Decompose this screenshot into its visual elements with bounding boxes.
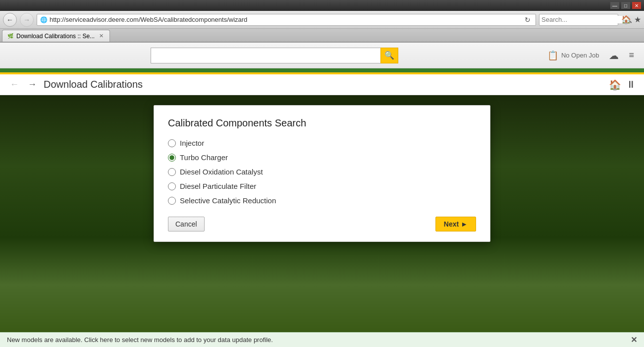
- tab-label: Download Calibrations :: Se...: [16, 33, 95, 40]
- scr-radio[interactable]: [168, 197, 176, 205]
- page-back-button[interactable]: ←: [8, 78, 21, 91]
- turbo-charger-radio[interactable]: [168, 154, 176, 162]
- notification-close-button[interactable]: ✕: [631, 335, 637, 345]
- diesel-oxidation-radio[interactable]: [168, 168, 176, 176]
- page-title: Download Calibrations: [44, 79, 604, 90]
- diesel-oxidation-label: Diesel Oxidation Catalyst: [180, 168, 263, 176]
- address-bar-input[interactable]: [50, 16, 521, 23]
- job-icon: 📋: [547, 50, 558, 61]
- tab-close-button[interactable]: ✕: [98, 33, 105, 40]
- browser-titlebar: — □ ✕: [0, 0, 644, 11]
- page-home-icon[interactable]: 🏠: [609, 79, 621, 91]
- pause-icon[interactable]: ⏸: [626, 79, 636, 90]
- turbo-charger-option[interactable]: Turbo Charger: [168, 153, 476, 162]
- app-search-container: 🔍: [10, 48, 539, 63]
- browser-search-container: 🔍: [539, 14, 618, 26]
- back-button[interactable]: ←: [3, 13, 17, 27]
- address-bar-favicon: 🌐: [40, 16, 48, 23]
- next-button[interactable]: Next ►: [435, 217, 476, 231]
- menu-icon[interactable]: ≡: [629, 50, 634, 60]
- modal-footer: Cancel Next ►: [168, 217, 476, 231]
- calibrated-components-modal: Calibrated Components Search Injector Tu…: [154, 105, 490, 242]
- diesel-particulate-option[interactable]: Diesel Particulate Filter: [168, 182, 476, 190]
- diesel-particulate-label: Diesel Particulate Filter: [180, 182, 256, 190]
- close-button[interactable]: ✕: [632, 2, 641, 9]
- star-icon[interactable]: ★: [634, 15, 641, 24]
- injector-radio[interactable]: [168, 139, 176, 147]
- page-forward-button[interactable]: →: [26, 78, 39, 91]
- injector-option[interactable]: Injector: [168, 139, 476, 147]
- browser-search-input[interactable]: [541, 16, 625, 23]
- injector-label: Injector: [180, 139, 204, 147]
- next-arrow-icon: ►: [461, 220, 468, 228]
- browser-toolbar: ← → 🌐 ↻ 🔍 🏠 ★: [0, 11, 644, 29]
- cancel-button[interactable]: Cancel: [168, 217, 205, 231]
- active-tab[interactable]: 🌿 Download Calibrations :: Se... ✕: [2, 30, 110, 42]
- refresh-button[interactable]: ↻: [523, 15, 533, 25]
- tab-favicon: 🌿: [7, 33, 13, 39]
- no-open-job-label: No Open Job: [561, 52, 599, 59]
- no-open-job: 📋 No Open Job: [547, 50, 599, 61]
- diesel-particulate-radio[interactable]: [168, 182, 176, 190]
- notification-bar: New models are available. Click here to …: [0, 332, 644, 347]
- app-header: 🔍 📋 No Open Job ☁ ≡: [0, 43, 644, 68]
- minimize-button[interactable]: —: [610, 2, 619, 9]
- page-header: ← → Download Calibrations 🏠 ⏸: [0, 74, 644, 95]
- modal-title: Calibrated Components Search: [168, 117, 476, 129]
- cloud-icon[interactable]: ☁: [609, 50, 619, 61]
- address-bar-container: 🌐 ↻: [37, 14, 536, 26]
- browser-icons: 🏠 ★: [621, 15, 641, 24]
- app-search-input[interactable]: [151, 48, 380, 63]
- browser-tabs: 🌿 Download Calibrations :: Se... ✕: [0, 29, 644, 43]
- diesel-oxidation-option[interactable]: Diesel Oxidation Catalyst: [168, 168, 476, 176]
- app-header-right: 📋 No Open Job ☁ ≡: [547, 50, 634, 61]
- page-header-right: 🏠 ⏸: [609, 79, 636, 91]
- main-content-area: Calibrated Components Search Injector Tu…: [0, 95, 644, 332]
- search-icon: 🔍: [384, 51, 394, 60]
- modal-overlay: Calibrated Components Search Injector Tu…: [0, 95, 644, 332]
- next-label: Next: [444, 220, 459, 228]
- turbo-charger-label: Turbo Charger: [180, 153, 228, 162]
- home-browser-icon[interactable]: 🏠: [621, 15, 631, 24]
- component-radio-group: Injector Turbo Charger Diesel Oxidation …: [168, 139, 476, 205]
- scr-label: Selective Catalytic Reduction: [180, 196, 276, 205]
- app-search-box: 🔍: [151, 48, 398, 63]
- titlebar-buttons: — □ ✕: [610, 2, 641, 9]
- app-search-button[interactable]: 🔍: [380, 48, 398, 63]
- notification-text[interactable]: New models are available. Click here to …: [7, 336, 627, 344]
- brand-banner: [0, 68, 644, 74]
- forward-button[interactable]: →: [20, 13, 34, 27]
- scr-option[interactable]: Selective Catalytic Reduction: [168, 196, 476, 205]
- maximize-button[interactable]: □: [621, 2, 630, 9]
